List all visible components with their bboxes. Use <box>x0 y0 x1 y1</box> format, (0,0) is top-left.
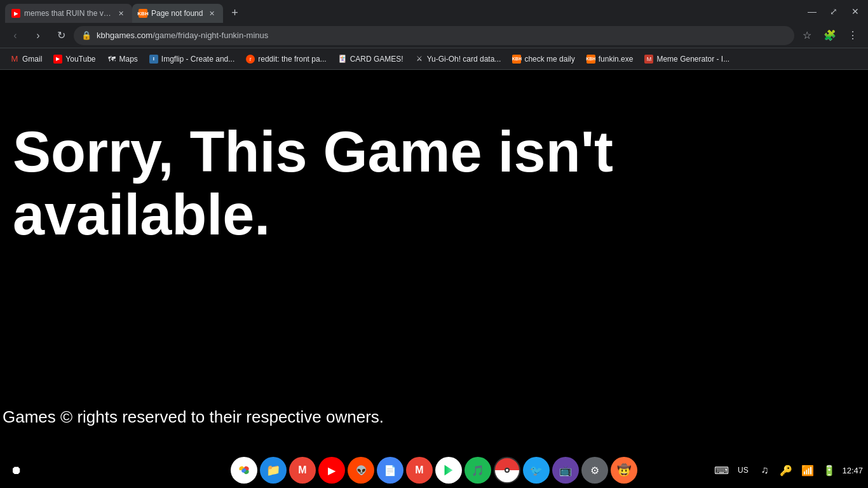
taskbar-left: ⏺ <box>5 459 28 482</box>
close-button[interactable]: ✕ <box>845 1 865 22</box>
window-controls: — ⤢ ✕ <box>802 0 868 23</box>
url-prefix: kbhgames.com <box>97 30 153 40</box>
chrome-active-indicator <box>243 480 245 482</box>
taskbar-right: ⌨ US ♫ 🔑 📶 🔋 12:47 <box>712 461 863 479</box>
bookmark-yugioh-label: Yu-Gi-Oh! card data... <box>427 55 501 64</box>
taskbar-twitter[interactable]: 🐦 <box>523 457 550 484</box>
bookmarks-bar: M Gmail ▶ YouTube 🗺 Maps I Imgflip - Cre… <box>0 48 868 70</box>
tab1-title: memes that RUIN the video - Yo... <box>24 9 112 18</box>
bookmark-maps[interactable]: 🗺 Maps <box>102 51 143 67</box>
locale-display: US <box>734 461 752 479</box>
bookmark-star-button[interactable]: ☆ <box>797 25 817 46</box>
meme-favicon: M <box>644 55 653 64</box>
url-path: /game/friday-night-funkin-minus <box>153 30 268 40</box>
tab-youtube[interactable]: ▶ memes that RUIN the video - Yo... ✕ <box>5 4 132 23</box>
wifi-icon: 📶 <box>799 461 817 479</box>
browser-window: ▶ memes that RUIN the video - Yo... ✕ KB… <box>0 0 868 488</box>
cardgames-favicon: 🃏 <box>338 55 347 64</box>
forward-button[interactable]: › <box>28 25 48 46</box>
taskbar-pokeball[interactable] <box>494 457 520 484</box>
yugioh-favicon: ⚔ <box>415 55 424 64</box>
error-heading: Sorry, This Game isn't available. <box>0 121 868 247</box>
maps-favicon: 🗺 <box>107 55 116 64</box>
taskbar-youtube[interactable]: ▶ <box>318 457 345 484</box>
reddit-favicon: r <box>246 55 255 64</box>
bookmark-kbh2-label: funkin.exe <box>599 55 634 64</box>
nav-bar: ‹ › ↻ 🔒 kbhgames.com/game/friday-night-f… <box>0 23 868 48</box>
tab1-favicon: ▶ <box>11 9 20 18</box>
camera-icon: ⏺ <box>5 459 28 482</box>
copyright-text: Games © rights reserved to their respect… <box>0 407 386 427</box>
svg-marker-2 <box>445 465 453 476</box>
battery-icon: 🔋 <box>820 461 838 479</box>
kbh2-favicon: KBH <box>587 55 595 64</box>
lock-icon: 🔒 <box>81 30 92 40</box>
taskbar-reddit[interactable]: 👽 <box>348 457 374 484</box>
taskbar-avatar[interactable]: 🤠 <box>611 457 637 484</box>
taskbar-gmail[interactable]: M <box>289 457 316 484</box>
tab2-favicon: KBH <box>139 9 147 18</box>
bookmark-cardgames[interactable]: 🃏 CARD GAMES! <box>333 51 409 67</box>
page-content: Sorry, This Game isn't available. Games … <box>0 70 868 452</box>
tab1-close-button[interactable]: ✕ <box>116 8 126 18</box>
taskbar-settings[interactable]: ⚙ <box>581 457 608 484</box>
tabs-area: ▶ memes that RUIN the video - Yo... ✕ KB… <box>0 0 802 23</box>
url-display: kbhgames.com/game/friday-night-funkin-mi… <box>97 30 787 40</box>
keyboard-icon: ⌨ <box>712 461 730 479</box>
bookmark-youtube-label: YouTube <box>65 55 95 64</box>
taskbar: ⏺ 📁 M ▶ 👽 <box>0 452 868 488</box>
gmail-favicon: M <box>10 55 19 64</box>
taskbar-twitch[interactable]: 📺 <box>552 457 579 484</box>
extensions-button[interactable]: 🧩 <box>820 25 840 46</box>
taskbar-apps: 📁 M ▶ 👽 📄 M <box>231 457 637 484</box>
bookmark-kbh2[interactable]: KBH funkin.exe <box>581 51 639 67</box>
bookmark-maps-label: Maps <box>119 55 138 64</box>
svg-point-1 <box>242 468 246 472</box>
bookmark-reddit-label: reddit: the front pa... <box>258 55 326 64</box>
tab2-close-button[interactable]: ✕ <box>207 8 217 18</box>
kbh1-favicon: KBH <box>512 55 521 64</box>
title-bar: ▶ memes that RUIN the video - Yo... ✕ KB… <box>0 0 868 23</box>
bookmark-meme-label: Meme Generator - I... <box>656 55 729 64</box>
taskbar-play[interactable] <box>435 457 462 484</box>
bookmark-yugioh[interactable]: ⚔ Yu-Gi-Oh! card data... <box>410 51 506 67</box>
bookmark-gmail[interactable]: M Gmail <box>5 51 47 67</box>
refresh-button[interactable]: ↻ <box>51 25 71 46</box>
tab2-title: Page not found <box>151 9 203 18</box>
new-tab-button[interactable]: + <box>226 4 243 22</box>
bookmark-youtube[interactable]: ▶ YouTube <box>48 51 100 67</box>
address-bar[interactable]: 🔒 kbhgames.com/game/friday-night-funkin-… <box>74 26 794 45</box>
key-icon: 🔑 <box>777 461 795 479</box>
bookmark-imgflip-label: Imgflip - Create and... <box>161 55 234 64</box>
bookmark-imgflip[interactable]: I Imgflip - Create and... <box>144 51 240 67</box>
bookmark-kbh1[interactable]: KBH check me daily <box>507 51 580 67</box>
back-button[interactable]: ‹ <box>5 25 25 46</box>
chrome-menu-button[interactable]: ⋮ <box>843 25 863 46</box>
bookmark-cardgames-label: CARD GAMES! <box>350 55 403 64</box>
time-display: 12:47 <box>842 466 863 475</box>
bookmark-gmail-label: Gmail <box>22 55 42 64</box>
bookmark-reddit[interactable]: r reddit: the front pa... <box>241 51 331 67</box>
taskbar-gmail2[interactable]: M <box>406 457 433 484</box>
imgflip-favicon: I <box>149 55 158 64</box>
minimize-button[interactable]: — <box>802 1 822 22</box>
taskbar-chrome[interactable] <box>231 457 257 484</box>
maximize-button[interactable]: ⤢ <box>824 1 844 22</box>
bookmark-kbh1-label: check me daily <box>524 55 574 64</box>
audio-icon: ♫ <box>756 461 773 479</box>
taskbar-gdocs[interactable]: 📄 <box>377 457 403 484</box>
taskbar-files[interactable]: 📁 <box>260 457 287 484</box>
taskbar-spotify[interactable]: 🎵 <box>465 457 491 484</box>
youtube-favicon: ▶ <box>53 55 62 64</box>
tab-kbh[interactable]: KBH Page not found ✕ <box>132 4 223 23</box>
bookmark-meme[interactable]: M Meme Generator - I... <box>639 51 735 67</box>
